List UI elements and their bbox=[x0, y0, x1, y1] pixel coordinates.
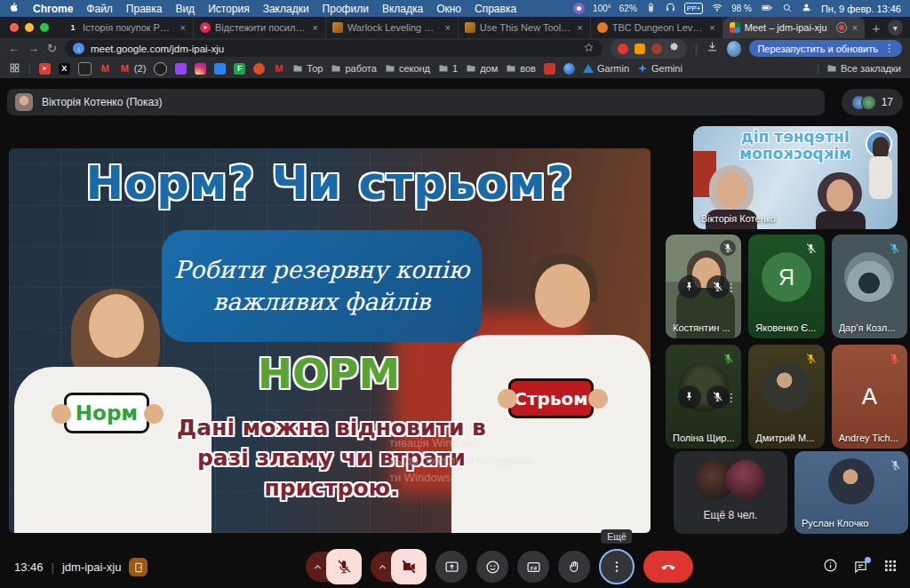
back-icon[interactable]: ← bbox=[8, 43, 20, 54]
participant-tile-polina[interactable]: ⋮ Поліна Щир... bbox=[666, 345, 741, 449]
folder-sekond[interactable]: секонд bbox=[385, 63, 430, 74]
pin-button[interactable] bbox=[678, 385, 701, 409]
folder-home[interactable]: дом bbox=[466, 63, 498, 74]
user-switch-icon[interactable] bbox=[801, 2, 813, 15]
tab-close-icon[interactable]: × bbox=[180, 22, 187, 33]
more-participants-tile[interactable]: Ещё 8 чел. bbox=[674, 451, 787, 534]
wifi-icon[interactable] bbox=[711, 2, 723, 15]
tile-more-icon[interactable]: ⋮ bbox=[725, 390, 737, 403]
address-bar[interactable]: ↓ meet.google.com/jdm-ipai-xju bbox=[65, 40, 603, 57]
forward-icon[interactable]: → bbox=[28, 43, 39, 54]
apple-menu-icon[interactable] bbox=[9, 2, 20, 15]
gmail2-bookmark[interactable]: M (2) bbox=[119, 63, 146, 75]
minimize-window-button[interactable] bbox=[25, 23, 34, 32]
activities-icon[interactable] bbox=[883, 559, 898, 576]
gemini-bookmark[interactable]: Gemini bbox=[637, 63, 682, 74]
relaunch-update-button[interactable]: Перезапустить и обновить ⋮ bbox=[749, 40, 902, 57]
browser-menu-icon[interactable]: ⋮ bbox=[884, 43, 894, 54]
folder-1[interactable]: 1 bbox=[438, 63, 458, 74]
tab-close-icon[interactable]: × bbox=[576, 22, 583, 33]
app-bookmark-icon[interactable] bbox=[78, 62, 92, 75]
battery-vertical-icon[interactable] bbox=[645, 2, 657, 15]
tab-warlock[interactable]: Warlock Leveling Guide 1-70 × bbox=[326, 17, 459, 38]
presenter-video-tile[interactable]: Інтернет під мікроскопом Вікторія Котенк… bbox=[693, 126, 898, 229]
cpu-stat[interactable]: 62% bbox=[619, 4, 637, 13]
gmail-bookmark-icon[interactable]: M bbox=[100, 63, 111, 75]
participant-tile-andrey[interactable]: A Andrey Tich... bbox=[832, 345, 907, 449]
folder-work[interactable]: работа bbox=[331, 63, 376, 74]
all-bookmarks-button[interactable]: Все закладки bbox=[826, 63, 901, 74]
menu-profiles[interactable]: Профили bbox=[323, 3, 369, 15]
tile-more-icon[interactable]: ⋮ bbox=[725, 280, 737, 293]
leave-call-button[interactable] bbox=[643, 551, 693, 583]
menu-chrome[interactable]: Chrome bbox=[33, 3, 73, 15]
menu-edit[interactable]: Правка bbox=[126, 3, 163, 15]
tab-close-icon[interactable]: × bbox=[443, 22, 451, 33]
menu-file[interactable]: Файл bbox=[86, 3, 113, 15]
tab-prm[interactable]: 1 Історія покупок PRM UA × bbox=[61, 17, 194, 38]
folder-wow[interactable]: вов bbox=[506, 63, 536, 74]
tab-close-icon[interactable]: × bbox=[311, 22, 318, 33]
tab-tool[interactable]: Use This New Tool To Optimi × bbox=[459, 17, 591, 38]
tab-meest[interactable]: Відстежити посилку ► Мее × bbox=[194, 17, 326, 38]
site-info-icon[interactable]: ↓ bbox=[73, 43, 84, 54]
present-button[interactable] bbox=[435, 551, 467, 583]
extension-icon-orange[interactable] bbox=[635, 44, 645, 54]
menu-history[interactable]: История bbox=[208, 3, 250, 15]
spotlight-icon[interactable] bbox=[782, 3, 793, 15]
blue-swirl-bookmark-icon[interactable] bbox=[563, 63, 575, 75]
participant-tile-kostiantyn[interactable]: ⋮ Костянтин ... bbox=[666, 234, 741, 338]
participant-tile-daria[interactable]: Дар'я Козл... bbox=[832, 234, 907, 338]
profile-avatar[interactable] bbox=[727, 41, 741, 57]
new-tab-button[interactable]: + bbox=[865, 20, 887, 36]
garmin-bookmark[interactable]: Garmin bbox=[583, 63, 629, 74]
menu-window[interactable]: Окно bbox=[436, 3, 461, 15]
menu-help[interactable]: Справка bbox=[475, 3, 516, 15]
battery-icon[interactable] bbox=[760, 2, 774, 15]
instagram-bookmark-icon[interactable] bbox=[195, 63, 206, 75]
pin-button[interactable] bbox=[678, 275, 701, 298]
camera-off-button[interactable] bbox=[391, 549, 427, 584]
more-options-button[interactable]: Ещё bbox=[599, 549, 635, 584]
twitch-bookmark-icon[interactable] bbox=[175, 63, 187, 75]
tab-tbc[interactable]: TBC Dungeon Leveling & Rep × bbox=[591, 17, 723, 38]
reactions-button[interactable] bbox=[476, 551, 508, 583]
pp-plus-icon[interactable]: PP+ bbox=[684, 3, 703, 14]
x-bookmark-icon[interactable]: X bbox=[59, 63, 70, 75]
tab-search-button[interactable]: ▾ bbox=[888, 20, 903, 36]
folder-top[interactable]: Тор bbox=[292, 63, 323, 74]
extension-icon-red[interactable] bbox=[618, 44, 628, 54]
drive-bookmark-icon[interactable] bbox=[214, 63, 226, 75]
participant-tile-dmitriy[interactable]: Дмитрий М... bbox=[748, 345, 824, 449]
chat-button[interactable] bbox=[853, 560, 868, 575]
extension-icon-darkred[interactable] bbox=[651, 44, 662, 54]
tab-close-icon[interactable]: × bbox=[708, 22, 715, 33]
presenter-banner[interactable]: Вікторія Котенко (Показ) bbox=[7, 89, 825, 115]
menu-bookmarks[interactable]: Закладки bbox=[263, 3, 309, 15]
viber-icon[interactable] bbox=[573, 3, 585, 14]
dot-bookmark-icon[interactable] bbox=[253, 63, 265, 75]
maximize-window-button[interactable] bbox=[40, 23, 49, 32]
participant-tile-ruslan[interactable]: Руслан Клочко bbox=[794, 451, 908, 534]
menubar-clock[interactable]: Пн, 9 февр. 13:46 bbox=[821, 4, 901, 14]
menu-view[interactable]: Вид bbox=[175, 3, 195, 15]
red-m-bookmark-icon[interactable]: M bbox=[273, 63, 284, 75]
bookmark-star-icon[interactable] bbox=[583, 42, 595, 55]
extensions-puzzle-icon[interactable] bbox=[668, 41, 680, 57]
close-window-button[interactable] bbox=[10, 23, 19, 32]
reload-icon[interactable]: ↻ bbox=[47, 43, 57, 54]
youtube-bookmark-icon[interactable] bbox=[39, 63, 51, 75]
meeting-details-icon[interactable] bbox=[823, 558, 838, 576]
gauge-bookmark-icon[interactable] bbox=[154, 62, 167, 75]
headphones-icon[interactable] bbox=[665, 2, 676, 15]
raise-hand-button[interactable] bbox=[558, 551, 590, 583]
red-grid-bookmark-icon[interactable] bbox=[544, 63, 555, 75]
tab-close-icon[interactable]: × bbox=[851, 22, 858, 33]
downloads-icon[interactable] bbox=[706, 40, 719, 57]
door-icon[interactable] bbox=[129, 558, 148, 576]
participant-tile-yakovenko[interactable]: Я Яковенко Є... bbox=[748, 234, 824, 338]
green-f-bookmark-icon[interactable]: F bbox=[234, 63, 245, 75]
participant-count-pill[interactable]: 17 bbox=[842, 89, 903, 115]
url-text[interactable]: meet.google.com/jdm-ipai-xju bbox=[91, 44, 224, 54]
tab-meet-active[interactable]: Meet – jdm-ipai-xju × bbox=[723, 17, 866, 38]
